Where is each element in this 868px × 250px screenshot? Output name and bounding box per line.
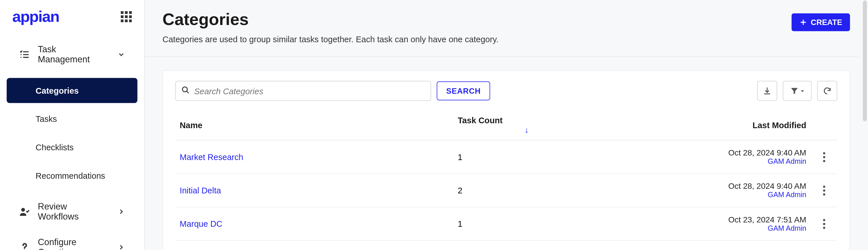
kebab-icon bbox=[823, 185, 826, 195]
category-link[interactable]: Initial Delta bbox=[180, 185, 221, 195]
sidebar-item-recommendations[interactable]: Recommendations bbox=[7, 163, 137, 188]
cell-menu bbox=[811, 140, 837, 173]
svg-point-27 bbox=[823, 219, 825, 221]
svg-point-13 bbox=[20, 57, 22, 58]
question-icon bbox=[19, 242, 30, 250]
chevron-down-icon bbox=[117, 51, 125, 58]
apps-grid-icon[interactable] bbox=[121, 11, 132, 22]
table-row: Market Research1Oct 28, 2024 9:40 AMGAM … bbox=[175, 140, 837, 173]
col-header-task-count-label: Task Count bbox=[458, 115, 503, 125]
create-button-label: CREATE bbox=[811, 18, 842, 27]
category-link[interactable]: Market Research bbox=[180, 152, 243, 162]
svg-rect-0 bbox=[121, 11, 124, 14]
subnav-task-management: Categories Tasks Checklists Recommendati… bbox=[0, 73, 144, 194]
cell-task-count: 1 bbox=[453, 140, 572, 173]
refresh-button[interactable] bbox=[817, 81, 837, 101]
cell-menu bbox=[811, 173, 837, 207]
page-title: Categories bbox=[162, 10, 792, 29]
svg-point-22 bbox=[823, 156, 825, 158]
cell-name: Initial Delta bbox=[175, 173, 453, 207]
svg-rect-5 bbox=[129, 15, 132, 18]
svg-point-21 bbox=[823, 152, 825, 154]
user-check-icon bbox=[19, 206, 30, 217]
sidebar-item-categories[interactable]: Categories bbox=[7, 78, 137, 103]
svg-rect-3 bbox=[121, 15, 124, 18]
row-menu-button[interactable] bbox=[820, 183, 828, 197]
cell-last-modified: Oct 28, 2024 9:40 AMGAM Admin bbox=[572, 140, 811, 173]
sidebar-item-checklists[interactable]: Checklists bbox=[7, 135, 137, 160]
nav-group-label: Review Workflows bbox=[38, 202, 110, 222]
svg-rect-8 bbox=[129, 20, 132, 22]
row-menu-button[interactable] bbox=[820, 149, 828, 164]
search-icon bbox=[181, 85, 190, 96]
table-row: Initial Delta2Oct 28, 2024 9:40 AMGAM Ad… bbox=[175, 173, 837, 207]
nav-group-review-workflows[interactable]: Review Workflows bbox=[7, 194, 137, 229]
vertical-scrollbar[interactable] bbox=[858, 0, 868, 250]
page-header-left: Categories Categories are used to group … bbox=[162, 10, 792, 44]
download-button[interactable] bbox=[757, 81, 777, 101]
chevron-right-icon bbox=[117, 208, 125, 216]
search-button[interactable]: SEARCH bbox=[437, 81, 490, 100]
svg-point-28 bbox=[823, 222, 825, 225]
filter-icon bbox=[789, 86, 799, 95]
main: Categories Categories are used to group … bbox=[145, 0, 868, 250]
download-icon bbox=[763, 86, 772, 95]
kebab-icon bbox=[823, 219, 826, 229]
search-input[interactable] bbox=[194, 86, 425, 95]
modified-date: Oct 23, 2024 7:51 AM bbox=[577, 215, 806, 224]
category-link[interactable]: Marque DC bbox=[180, 219, 222, 228]
col-header-name-label: Name bbox=[180, 120, 203, 130]
col-header-last-modified-label: Last Modified bbox=[753, 120, 806, 130]
card-toolbar: SEARCH bbox=[175, 81, 837, 101]
scrollbar-thumb[interactable] bbox=[863, 1, 867, 121]
svg-rect-7 bbox=[125, 20, 128, 22]
modified-date: Oct 28, 2024 9:40 AM bbox=[577, 182, 806, 191]
sidebar-item-label: Checklists bbox=[36, 142, 73, 152]
cell-menu bbox=[811, 207, 837, 240]
nav-group-label: Task Management bbox=[38, 45, 110, 65]
content: SEARCH bbox=[145, 57, 868, 250]
search-wrap[interactable] bbox=[175, 81, 431, 101]
svg-point-24 bbox=[823, 185, 825, 187]
cell-name: Market Research bbox=[175, 140, 453, 173]
col-header-last-modified[interactable]: Last Modified bbox=[572, 110, 811, 140]
svg-rect-4 bbox=[125, 15, 128, 18]
nav-group-configure-question[interactable]: Configure Question... bbox=[7, 229, 137, 250]
modified-by: GAM Admin bbox=[577, 191, 806, 199]
svg-point-12 bbox=[20, 54, 22, 55]
refresh-icon bbox=[823, 86, 832, 95]
chevron-right-icon bbox=[117, 243, 125, 250]
page-description: Categories are used to group similar tas… bbox=[162, 34, 792, 44]
cell-task-count: 2 bbox=[453, 173, 572, 207]
table-row: Marque DC1Oct 23, 2024 7:51 AMGAM Admin bbox=[175, 207, 837, 240]
create-button[interactable]: CREATE bbox=[792, 13, 850, 31]
cell-last-modified: Oct 28, 2024 9:40 AMGAM Admin bbox=[572, 173, 811, 207]
cell-last-modified: Oct 23, 2024 7:51 AMGAM Admin bbox=[572, 207, 811, 240]
cell-task-count: 1 bbox=[453, 207, 572, 240]
caret-down-icon bbox=[800, 88, 805, 93]
svg-point-23 bbox=[823, 160, 825, 162]
sidebar-item-label: Categories bbox=[36, 86, 79, 95]
col-header-task-count[interactable]: Task Count ↓ bbox=[453, 110, 572, 140]
svg-line-19 bbox=[187, 91, 189, 93]
list-check-icon bbox=[19, 49, 30, 60]
svg-point-26 bbox=[823, 193, 825, 195]
filter-button[interactable] bbox=[783, 81, 812, 101]
svg-rect-2 bbox=[129, 11, 132, 14]
svg-point-29 bbox=[823, 226, 825, 229]
svg-rect-6 bbox=[121, 20, 124, 22]
col-header-name[interactable]: Name bbox=[175, 110, 453, 140]
sidebar-item-tasks[interactable]: Tasks bbox=[7, 106, 137, 131]
plus-icon bbox=[800, 19, 807, 26]
modified-date: Oct 28, 2024 9:40 AM bbox=[577, 148, 806, 157]
row-menu-button[interactable] bbox=[820, 216, 828, 231]
sidebar: appian Task Management bbox=[0, 0, 145, 250]
sidebar-item-label: Tasks bbox=[36, 114, 57, 123]
page-header: Categories Categories are used to group … bbox=[145, 0, 868, 57]
sidebar-item-label: Recommendations bbox=[36, 171, 105, 180]
sort-desc-icon: ↓ bbox=[524, 125, 529, 134]
svg-point-18 bbox=[182, 86, 187, 91]
svg-point-25 bbox=[823, 189, 825, 191]
cell-name: Marque DC bbox=[175, 207, 453, 240]
nav-group-task-management[interactable]: Task Management bbox=[7, 37, 137, 73]
